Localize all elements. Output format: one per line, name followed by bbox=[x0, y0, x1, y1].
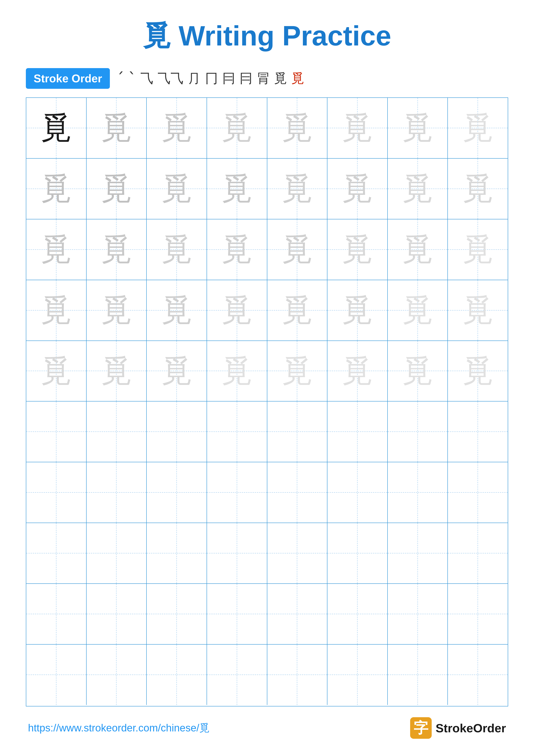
practice-char: 覓 bbox=[40, 355, 72, 387]
grid-cell-2-7[interactable]: 覓 bbox=[388, 159, 448, 219]
page-title: 覓 Writing Practice bbox=[143, 17, 391, 55]
grid-cell-8-2[interactable] bbox=[87, 523, 147, 583]
grid-cell-8-7[interactable] bbox=[388, 523, 448, 583]
grid-cell-5-5[interactable]: 覓 bbox=[267, 341, 328, 401]
grid-cell-9-8[interactable] bbox=[448, 584, 508, 644]
grid-cell-1-8[interactable]: 覓 bbox=[448, 98, 508, 158]
footer-logo-icon: 字 bbox=[410, 717, 432, 739]
grid-cell-7-7[interactable] bbox=[388, 462, 448, 523]
practice-char: 覓 bbox=[101, 112, 132, 144]
grid-cell-8-8[interactable] bbox=[448, 523, 508, 583]
grid-cell-8-3[interactable] bbox=[147, 523, 207, 583]
grid-cell-2-3[interactable]: 覓 bbox=[147, 159, 207, 219]
grid-cell-10-8[interactable] bbox=[448, 645, 508, 705]
practice-char: 覓 bbox=[101, 173, 132, 204]
grid-cell-8-5[interactable] bbox=[267, 523, 328, 583]
grid-cell-6-3[interactable] bbox=[147, 401, 207, 462]
practice-char: 覓 bbox=[462, 295, 494, 326]
grid-cell-6-2[interactable] bbox=[87, 401, 147, 462]
practice-char: 覓 bbox=[462, 234, 494, 265]
grid-cell-1-7[interactable]: 覓 bbox=[388, 98, 448, 158]
grid-cell-1-4[interactable]: 覓 bbox=[207, 98, 267, 158]
practice-char: 覓 bbox=[161, 295, 192, 326]
grid-row-5: 覓 覓 覓 覓 覓 覓 覓 覓 bbox=[26, 341, 508, 402]
grid-cell-1-5[interactable]: 覓 bbox=[267, 98, 328, 158]
grid-cell-9-1[interactable] bbox=[26, 584, 87, 644]
practice-char: 覓 bbox=[282, 112, 313, 144]
grid-cell-4-7[interactable]: 覓 bbox=[388, 280, 448, 340]
grid-cell-8-4[interactable] bbox=[207, 523, 267, 583]
grid-cell-4-4[interactable]: 覓 bbox=[207, 280, 267, 340]
grid-cell-7-6[interactable] bbox=[327, 462, 388, 523]
stroke-4: ⺄⺄ bbox=[158, 70, 184, 87]
grid-cell-2-1[interactable]: 覓 bbox=[26, 159, 87, 219]
grid-cell-7-2[interactable] bbox=[87, 462, 147, 523]
grid-cell-6-1[interactable] bbox=[26, 401, 87, 462]
stroke-order-chars: ˊ ˋ ⺄ ⺄⺄ ⺆ 冂 冃 冃 冐 覓 覓 bbox=[116, 69, 304, 88]
grid-cell-7-4[interactable] bbox=[207, 462, 267, 523]
stroke-order-badge: Stroke Order bbox=[26, 68, 110, 89]
practice-char: 覓 bbox=[40, 173, 72, 204]
grid-cell-6-6[interactable] bbox=[327, 401, 388, 462]
grid-cell-5-4[interactable]: 覓 bbox=[207, 341, 267, 401]
grid-cell-1-3[interactable]: 覓 bbox=[147, 98, 207, 158]
grid-cell-9-5[interactable] bbox=[267, 584, 328, 644]
grid-cell-2-8[interactable]: 覓 bbox=[448, 159, 508, 219]
grid-cell-1-1[interactable]: 覓 bbox=[26, 98, 87, 158]
grid-cell-5-2[interactable]: 覓 bbox=[87, 341, 147, 401]
grid-cell-10-5[interactable] bbox=[267, 645, 328, 705]
grid-cell-10-2[interactable] bbox=[87, 645, 147, 705]
grid-cell-6-4[interactable] bbox=[207, 401, 267, 462]
grid-row-2: 覓 覓 覓 覓 覓 覓 覓 覓 bbox=[26, 159, 508, 219]
grid-cell-9-2[interactable] bbox=[87, 584, 147, 644]
grid-cell-1-6[interactable]: 覓 bbox=[327, 98, 388, 158]
grid-cell-4-1[interactable]: 覓 bbox=[26, 280, 87, 340]
grid-cell-4-3[interactable]: 覓 bbox=[147, 280, 207, 340]
stroke-10: 覓 bbox=[274, 70, 287, 87]
grid-cell-9-6[interactable] bbox=[327, 584, 388, 644]
grid-cell-3-1[interactable]: 覓 bbox=[26, 219, 87, 280]
grid-cell-3-5[interactable]: 覓 bbox=[267, 219, 328, 280]
grid-cell-9-4[interactable] bbox=[207, 584, 267, 644]
grid-cell-6-7[interactable] bbox=[388, 401, 448, 462]
grid-cell-2-2[interactable]: 覓 bbox=[87, 159, 147, 219]
grid-cell-3-6[interactable]: 覓 bbox=[327, 219, 388, 280]
grid-cell-2-4[interactable]: 覓 bbox=[207, 159, 267, 219]
grid-cell-7-5[interactable] bbox=[267, 462, 328, 523]
grid-cell-2-5[interactable]: 覓 bbox=[267, 159, 328, 219]
grid-cell-10-6[interactable] bbox=[327, 645, 388, 705]
grid-cell-8-6[interactable] bbox=[327, 523, 388, 583]
grid-cell-3-3[interactable]: 覓 bbox=[147, 219, 207, 280]
grid-cell-2-6[interactable]: 覓 bbox=[327, 159, 388, 219]
grid-cell-10-1[interactable] bbox=[26, 645, 87, 705]
grid-cell-5-6[interactable]: 覓 bbox=[327, 341, 388, 401]
grid-cell-10-7[interactable] bbox=[388, 645, 448, 705]
grid-cell-3-4[interactable]: 覓 bbox=[207, 219, 267, 280]
grid-cell-6-5[interactable] bbox=[267, 401, 328, 462]
practice-char: 覓 bbox=[342, 173, 373, 204]
grid-cell-4-5[interactable]: 覓 bbox=[267, 280, 328, 340]
grid-cell-3-7[interactable]: 覓 bbox=[388, 219, 448, 280]
grid-cell-3-2[interactable]: 覓 bbox=[87, 219, 147, 280]
grid-cell-5-7[interactable]: 覓 bbox=[388, 341, 448, 401]
grid-cell-4-8[interactable]: 覓 bbox=[448, 280, 508, 340]
grid-cell-7-1[interactable] bbox=[26, 462, 87, 523]
grid-cell-1-2[interactable]: 覓 bbox=[87, 98, 147, 158]
practice-char: 覓 bbox=[402, 355, 433, 387]
practice-char: 覓 bbox=[221, 112, 252, 144]
grid-cell-5-1[interactable]: 覓 bbox=[26, 341, 87, 401]
grid-cell-10-4[interactable] bbox=[207, 645, 267, 705]
grid-cell-9-3[interactable] bbox=[147, 584, 207, 644]
grid-cell-3-8[interactable]: 覓 bbox=[448, 219, 508, 280]
grid-cell-7-3[interactable] bbox=[147, 462, 207, 523]
grid-cell-6-8[interactable] bbox=[448, 401, 508, 462]
grid-cell-10-3[interactable] bbox=[147, 645, 207, 705]
grid-cell-4-2[interactable]: 覓 bbox=[87, 280, 147, 340]
grid-cell-9-7[interactable] bbox=[388, 584, 448, 644]
grid-cell-8-1[interactable] bbox=[26, 523, 87, 583]
grid-cell-5-3[interactable]: 覓 bbox=[147, 341, 207, 401]
grid-cell-7-8[interactable] bbox=[448, 462, 508, 523]
grid-cell-5-8[interactable]: 覓 bbox=[448, 341, 508, 401]
grid-cell-4-6[interactable]: 覓 bbox=[327, 280, 388, 340]
practice-char: 覓 bbox=[342, 234, 373, 265]
